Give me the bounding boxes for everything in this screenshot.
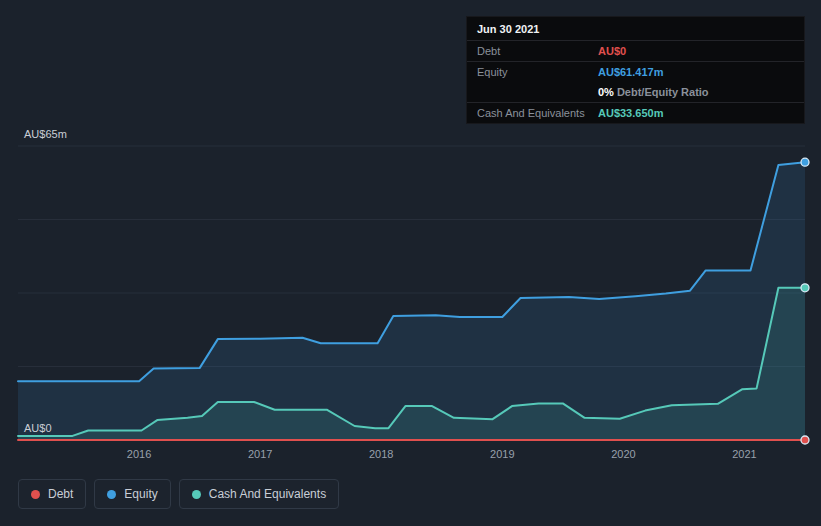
chart-legend: Debt Equity Cash And Equivalents	[18, 479, 339, 509]
tooltip-cash-label: Cash And Equivalents	[477, 107, 598, 119]
svg-text:AU$65m: AU$65m	[24, 128, 67, 140]
tooltip-debt-label: Debt	[477, 45, 598, 57]
tooltip-equity-label: Equity	[477, 66, 598, 78]
svg-text:2017: 2017	[248, 448, 272, 460]
tooltip-debt-value: AU$0	[598, 45, 626, 57]
svg-text:2021: 2021	[732, 448, 756, 460]
svg-text:AU$0: AU$0	[24, 422, 52, 434]
legend-item-equity[interactable]: Equity	[94, 479, 170, 509]
tooltip-row-equity: Equity AU$61.417m	[467, 62, 804, 82]
debt-dot-icon	[31, 490, 40, 499]
legend-debt-label: Debt	[48, 487, 73, 501]
debt-equity-history-chart: 201620172018201920202021AU$65mAU$0 Jun 3…	[0, 0, 821, 526]
svg-text:2019: 2019	[490, 448, 514, 460]
tooltip-row-ratio: 0%Debt/Equity Ratio	[467, 82, 804, 103]
tooltip-ratio-label: Debt/Equity Ratio	[617, 86, 709, 98]
tooltip-ratio-value: 0%	[598, 86, 614, 98]
tooltip-date: Jun 30 2021	[467, 17, 804, 41]
tooltip-row-cash: Cash And Equivalents AU$33.650m	[467, 103, 804, 123]
chart-tooltip: Jun 30 2021 Debt AU$0 Equity AU$61.417m …	[466, 16, 805, 124]
legend-cash-label: Cash And Equivalents	[209, 487, 326, 501]
cash-dot-icon	[192, 490, 201, 499]
tooltip-row-debt: Debt AU$0	[467, 41, 804, 62]
tooltip-cash-value: AU$33.650m	[598, 107, 663, 119]
tooltip-equity-value: AU$61.417m	[598, 66, 663, 78]
svg-text:2016: 2016	[127, 448, 151, 460]
legend-item-cash[interactable]: Cash And Equivalents	[179, 479, 339, 509]
equity-dot-icon	[107, 490, 116, 499]
svg-text:2020: 2020	[611, 448, 635, 460]
svg-text:2018: 2018	[369, 448, 393, 460]
legend-equity-label: Equity	[124, 487, 157, 501]
legend-item-debt[interactable]: Debt	[18, 479, 86, 509]
